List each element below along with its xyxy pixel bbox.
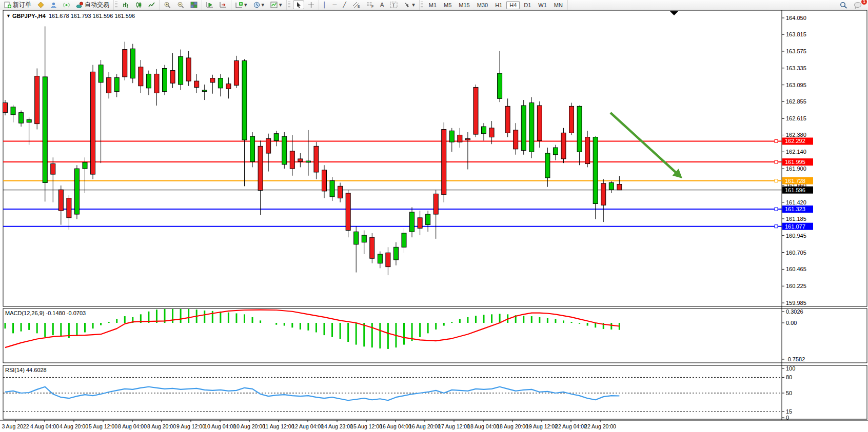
candle	[91, 72, 95, 174]
svg-text:162.292: 162.292	[785, 138, 805, 144]
line-handle[interactable]	[775, 225, 778, 228]
toolbar-group-drawing: │ ─ ╱ E F A T ▾	[319, 0, 420, 10]
date-label: 5 Aug 12:00	[89, 423, 117, 429]
candle	[370, 237, 374, 258]
timeframe-button-h1[interactable]: H1	[492, 1, 505, 9]
label-icon: T	[390, 2, 398, 8]
candle	[242, 60, 247, 140]
candle	[258, 146, 263, 190]
trendline-tool-button[interactable]: ╱	[340, 1, 349, 9]
candle	[306, 161, 310, 162]
chart-shift-button[interactable]	[217, 1, 229, 9]
timeframe-button-d1[interactable]: D1	[521, 1, 534, 9]
templates-button[interactable]: ▾	[268, 1, 285, 9]
toolbar-grip[interactable]	[421, 2, 423, 9]
candle	[393, 247, 398, 260]
date-label: 3 Aug 2022	[2, 423, 29, 429]
svg-text:100: 100	[786, 365, 795, 372]
toolbar-group-zoom	[160, 0, 202, 10]
periods-button[interactable]: ▾	[251, 1, 267, 9]
date-label: 12 Aug 04:00	[292, 423, 324, 429]
timeframe-button-mn[interactable]: MN	[551, 1, 566, 9]
chart-window[interactable]: 164.050163.815163.575163.335163.095162.8…	[0, 10, 868, 432]
date-label: 8 Aug 04:00	[118, 423, 147, 429]
timeframe-button-m1[interactable]: M1	[426, 1, 440, 9]
svg-text:163.575: 163.575	[786, 48, 806, 54]
cursor-tool-button[interactable]	[293, 1, 304, 9]
line-handle[interactable]	[775, 179, 778, 182]
candle	[449, 131, 454, 142]
crosshair-tool-button[interactable]	[305, 1, 317, 9]
candle	[442, 130, 446, 195]
candle	[346, 193, 350, 231]
timeframe-button-m5[interactable]: M5	[441, 1, 455, 9]
horizontal-line-tool-button[interactable]: ─	[330, 1, 339, 9]
timeframe-button-h4[interactable]: H4	[506, 1, 520, 9]
svg-text:163.095: 163.095	[786, 82, 806, 88]
search-button[interactable]	[837, 1, 850, 10]
svg-text:161.185: 161.185	[786, 216, 806, 222]
indicators-icon	[235, 2, 243, 8]
toolbar-right: 1	[837, 1, 868, 10]
line-handle[interactable]	[775, 139, 778, 142]
candle	[378, 254, 382, 263]
date-label: 15 Aug 12:00	[350, 423, 382, 429]
new-order-button[interactable]: 新订单	[2, 0, 34, 10]
toolbar-group-cursor	[291, 0, 319, 10]
indicators-button[interactable]: ▾	[233, 1, 250, 9]
signals-button[interactable]	[61, 1, 72, 9]
label-tool-button[interactable]: T	[387, 1, 400, 9]
candle	[67, 198, 71, 218]
svg-text:0: 0	[786, 415, 789, 421]
notifications-button[interactable]: 1	[851, 1, 864, 10]
candle	[482, 127, 486, 134]
svg-text:160.945: 160.945	[786, 233, 806, 239]
auto-trading-button[interactable]: 自动交易	[73, 0, 112, 10]
candle	[545, 153, 550, 178]
community-button[interactable]	[48, 1, 60, 9]
candle	[226, 84, 231, 89]
candle	[163, 68, 167, 91]
date-label: 8 Aug 20:00	[147, 423, 176, 429]
candle	[386, 253, 390, 266]
tile-windows-button[interactable]	[188, 1, 200, 9]
auto-scroll-button[interactable]	[204, 1, 216, 9]
fibonacci-tool-button[interactable]: F	[364, 1, 377, 9]
one-click-trading-toggle[interactable]: ▼	[6, 13, 11, 18]
date-label: 10 Aug 20:00	[233, 423, 265, 429]
channel-tool-button[interactable]: E	[350, 1, 363, 9]
market-watch-button[interactable]	[35, 1, 47, 9]
toolbar-grip[interactable]	[115, 2, 117, 9]
toolbar-grip[interactable]	[288, 2, 290, 9]
line-chart-button[interactable]	[146, 1, 157, 9]
timeframe-button-w1[interactable]: W1	[535, 1, 550, 9]
line-handle[interactable]	[775, 160, 778, 163]
date-label: 11 Aug 12:00	[263, 423, 294, 429]
symbol-period-label: GBPJPY-,H4	[12, 13, 46, 19]
timeframe-button-m30[interactable]: M30	[474, 1, 491, 9]
toolbar-group-chart-type	[119, 0, 160, 10]
svg-text:159.985: 159.985	[786, 300, 806, 306]
zoom-out-button[interactable]	[174, 1, 187, 9]
auto-trading-icon	[76, 2, 83, 8]
candlestick-chart-button[interactable]	[133, 1, 145, 9]
candle	[593, 137, 598, 204]
channel-icon: E	[352, 2, 360, 8]
candle	[617, 184, 622, 190]
timeframe-button-m15[interactable]: M15	[456, 1, 472, 9]
text-tool-button[interactable]: A	[378, 1, 386, 9]
candle	[362, 235, 366, 242]
zoom-in-button[interactable]	[161, 1, 173, 9]
shapes-tool-button[interactable]: ▾	[401, 1, 418, 9]
line-handle[interactable]	[775, 208, 778, 211]
macd-pane[interactable]	[3, 308, 867, 363]
svg-text:162.140: 162.140	[786, 149, 806, 155]
candlestick-chart-icon	[135, 2, 142, 8]
svg-text:0.00: 0.00	[786, 320, 797, 326]
vertical-line-tool-button[interactable]: │	[321, 1, 329, 9]
date-label: 17 Aug 12:00	[438, 423, 470, 429]
chart-canvas[interactable]: 164.050163.815163.575163.335163.095162.8…	[0, 10, 868, 432]
bar-chart-button[interactable]	[120, 1, 132, 9]
candle	[179, 56, 183, 85]
svg-text:-0.7582: -0.7582	[786, 356, 805, 362]
